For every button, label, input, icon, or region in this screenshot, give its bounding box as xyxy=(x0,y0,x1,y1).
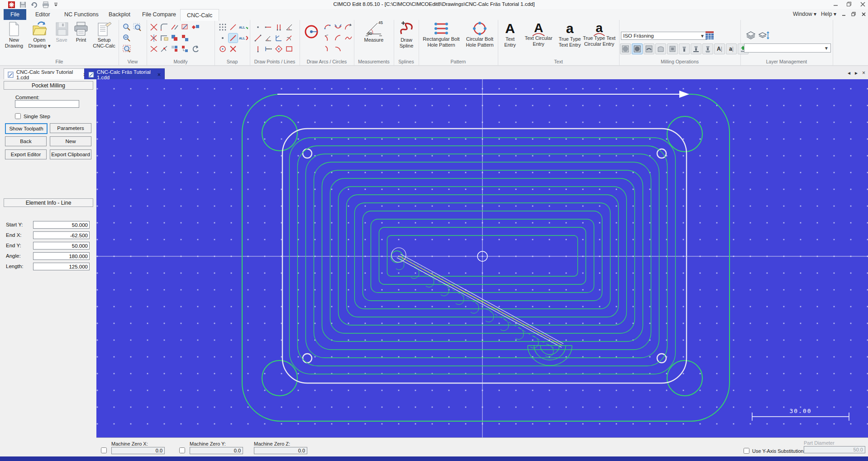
contour-milling-icon[interactable] xyxy=(655,43,666,54)
draw-horizontal-line-icon[interactable] xyxy=(264,23,273,32)
arc-start-icon[interactable] xyxy=(323,44,332,53)
draw-point-icon[interactable] xyxy=(253,23,262,32)
snap-center-icon[interactable] xyxy=(218,44,227,53)
break-icon[interactable] xyxy=(149,34,158,43)
curve-icon[interactable] xyxy=(344,34,353,43)
end-y-input[interactable] xyxy=(33,242,90,250)
draw-vertical-line-icon[interactable] xyxy=(253,44,262,53)
menu-tab-editor[interactable]: Editor xyxy=(29,9,57,20)
tab-close-icon[interactable]: × xyxy=(862,70,865,76)
machine-zero-y-input[interactable] xyxy=(190,447,243,454)
length-input[interactable] xyxy=(33,263,90,270)
arc-3point-icon[interactable] xyxy=(334,23,343,32)
draw-angle-icon[interactable] xyxy=(285,23,294,32)
show-toolpath-button[interactable]: Show Toolpath xyxy=(5,123,48,134)
export-editor-button[interactable]: Export Editor xyxy=(5,149,47,159)
end-x-input[interactable] xyxy=(33,231,90,239)
use-y-axis-substitution-checkbox[interactable] xyxy=(744,448,749,454)
comment-input[interactable] xyxy=(15,100,79,108)
layers-icon[interactable] xyxy=(746,31,756,40)
drawing-canvas[interactable]: 30.00 xyxy=(96,79,868,437)
restore-icon[interactable] xyxy=(846,1,852,7)
snap-off-icon[interactable] xyxy=(229,44,238,53)
engrave-truetype-icon[interactable]: a| xyxy=(726,43,737,54)
machine-zero-x-checkbox[interactable] xyxy=(101,447,107,453)
menu-tab-backplot[interactable]: Backplot xyxy=(102,9,137,20)
snap-all-off-icon[interactable]: ALL xyxy=(239,34,248,43)
arc-end-icon[interactable] xyxy=(334,44,343,53)
layer-select[interactable]: ▼ xyxy=(744,43,831,53)
new-drawing-button[interactable]: New Drawing xyxy=(3,21,25,48)
draw-polygon-icon[interactable] xyxy=(274,44,283,53)
tool-library-icon[interactable] xyxy=(705,31,714,40)
corner-trim-icon[interactable] xyxy=(160,34,169,43)
machine-zero-x-input[interactable] xyxy=(111,447,165,454)
engrave-text-icon[interactable]: A| xyxy=(714,43,725,54)
text-entry-button[interactable]: A Text Entry xyxy=(499,21,521,48)
milling-preset-select[interactable]: ISO Fräsning▼ xyxy=(621,32,707,40)
machine-zero-z-input[interactable] xyxy=(254,447,307,454)
face-milling-icon[interactable] xyxy=(620,43,631,54)
copy-icon[interactable] xyxy=(170,34,179,43)
thread-milling-icon[interactable] xyxy=(702,43,713,54)
export-clipboard-button[interactable]: Export Clipboard xyxy=(50,149,91,159)
array-icon[interactable] xyxy=(170,44,179,53)
menu-tab-cnc-calc[interactable]: CNC-Calc xyxy=(180,9,219,21)
tab-scroll-right-icon[interactable]: ▸ xyxy=(855,70,858,76)
close-icon[interactable] xyxy=(860,1,865,7)
arc-2point-icon[interactable] xyxy=(323,23,332,32)
pocket-island-milling-icon[interactable] xyxy=(644,43,654,54)
draw-spline-button[interactable]: Draw Spline xyxy=(396,21,416,48)
arc-fillet-icon[interactable] xyxy=(323,34,332,43)
layer-move-icon[interactable] xyxy=(758,31,769,40)
snap-line-icon[interactable] xyxy=(229,23,238,32)
mdi-minimize-icon[interactable] xyxy=(841,11,846,17)
tab-scroll-left-icon[interactable]: ◂ xyxy=(848,70,850,76)
divide-icon[interactable] xyxy=(149,44,158,53)
text-circular-entry-button[interactable]: A Text Circular Entry xyxy=(522,21,555,47)
mdi-restore-icon[interactable] xyxy=(851,11,856,17)
draw-parallel-line-icon[interactable] xyxy=(264,44,273,53)
pocket-milling-icon[interactable] xyxy=(632,43,643,54)
truetype-text-entry-button[interactable]: a True Type Text Entry xyxy=(556,21,584,48)
mirror-icon[interactable] xyxy=(191,23,200,32)
doc-tab-fras[interactable]: CNC-Calc Fräs Tutorial 1.cdd × xyxy=(84,68,165,81)
snap-grid-icon[interactable] xyxy=(218,23,227,32)
back-button[interactable]: Back xyxy=(5,136,47,146)
minimize-icon[interactable] xyxy=(833,1,838,7)
drill-icon[interactable] xyxy=(679,43,690,54)
draw-vertical-lines-icon[interactable] xyxy=(274,23,283,32)
circular-bolt-hole-pattern-button[interactable]: Circular Bolt Hole Pattern xyxy=(463,21,496,48)
draw-circle-center-icon[interactable] xyxy=(303,24,320,40)
snap-element-icon[interactable] xyxy=(229,34,238,43)
menu-tab-file-compare[interactable]: File Compare xyxy=(136,9,182,20)
snap-all-on-icon[interactable]: ALL xyxy=(239,23,248,32)
close-tab-icon[interactable]: × xyxy=(157,72,161,78)
mdi-close-icon[interactable] xyxy=(861,11,866,17)
join-icon[interactable] xyxy=(160,44,169,53)
single-step-checkbox[interactable] xyxy=(15,113,21,119)
machine-zero-y-checkbox[interactable] xyxy=(179,447,185,453)
draw-angle-line-icon[interactable] xyxy=(264,34,273,43)
offset-icon[interactable] xyxy=(181,23,190,32)
draw-line-icon[interactable] xyxy=(253,34,262,43)
help-menu[interactable]: Help ▾ xyxy=(821,11,836,17)
doc-tab-svarv[interactable]: CNC-Calc Svarv Tutorial 1.cdd × xyxy=(4,68,91,81)
zoom-extents-icon[interactable] xyxy=(122,44,131,53)
setup-cnc-calc-button[interactable]: Setup CNC-Calc xyxy=(91,21,117,48)
menu-tab-nc-functions[interactable]: NC Functions xyxy=(58,9,105,20)
angle-input[interactable] xyxy=(33,252,90,260)
print-button[interactable]: Print xyxy=(72,21,91,43)
draw-perpendicular-icon[interactable] xyxy=(274,34,283,43)
new-button[interactable]: New xyxy=(50,136,91,146)
extend-icon[interactable] xyxy=(170,23,179,32)
window-menu[interactable]: Window ▾ xyxy=(793,11,816,17)
drill-pattern-icon[interactable] xyxy=(691,43,701,54)
zoom-out-icon[interactable] xyxy=(122,34,131,43)
slot-milling-icon[interactable] xyxy=(667,43,678,54)
snap-point-icon[interactable] xyxy=(218,34,227,43)
zoom-in-icon[interactable] xyxy=(122,23,131,32)
arc-radius-icon[interactable] xyxy=(334,34,343,43)
origin-icon[interactable] xyxy=(181,44,190,53)
arc-tangent-icon[interactable] xyxy=(344,23,353,32)
